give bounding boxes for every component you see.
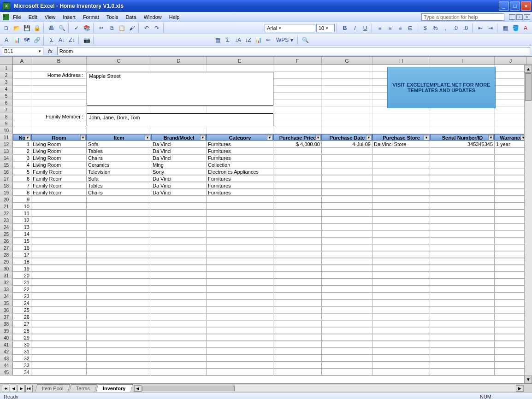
cell[interactable] bbox=[207, 245, 273, 251]
font-color-icon[interactable]: A bbox=[521, 23, 530, 33]
fx-icon[interactable]: fx bbox=[48, 48, 53, 54]
cell[interactable]: 21 bbox=[13, 279, 31, 286]
cell[interactable] bbox=[13, 79, 31, 85]
cell[interactable] bbox=[430, 196, 495, 203]
cell[interactable]: Da Vinci bbox=[151, 155, 207, 161]
cell[interactable] bbox=[372, 203, 430, 210]
cell[interactable] bbox=[151, 307, 207, 313]
cell[interactable] bbox=[430, 293, 495, 299]
cell[interactable] bbox=[430, 369, 495, 376]
cell[interactable] bbox=[31, 279, 87, 286]
cell[interactable]: Furnitures bbox=[207, 176, 273, 182]
row-header[interactable]: 27 bbox=[0, 245, 13, 251]
cell[interactable] bbox=[495, 86, 527, 92]
cell[interactable] bbox=[87, 286, 151, 293]
cell[interactable] bbox=[322, 182, 372, 189]
col-header-H[interactable]: H bbox=[372, 57, 430, 65]
cell[interactable] bbox=[372, 348, 430, 355]
cell[interactable] bbox=[13, 93, 31, 99]
row-header[interactable]: 41 bbox=[0, 341, 13, 348]
cell[interactable] bbox=[372, 148, 430, 154]
cell[interactable] bbox=[87, 245, 151, 251]
cell[interactable]: Furnitures bbox=[207, 155, 273, 161]
row-header[interactable]: 24 bbox=[0, 224, 13, 230]
cell[interactable]: Living Room bbox=[31, 155, 87, 161]
cell[interactable] bbox=[207, 65, 273, 71]
menu-tools[interactable]: Tools bbox=[103, 13, 122, 21]
font-select[interactable]: Arial bbox=[265, 24, 315, 32]
filter-arrow-icon[interactable]: ▾ bbox=[488, 135, 494, 141]
cell[interactable] bbox=[495, 300, 527, 306]
cell[interactable] bbox=[322, 120, 372, 127]
col-header-B[interactable]: B bbox=[31, 57, 87, 65]
cell[interactable] bbox=[322, 238, 372, 244]
cell[interactable] bbox=[207, 265, 273, 272]
cell[interactable] bbox=[31, 265, 87, 272]
row-header[interactable]: 16 bbox=[0, 169, 13, 175]
cell[interactable]: 14 bbox=[13, 231, 31, 237]
cell[interactable] bbox=[372, 238, 430, 244]
cell[interactable]: Sony bbox=[151, 169, 207, 175]
cell[interactable] bbox=[273, 265, 322, 272]
cell[interactable] bbox=[430, 113, 495, 120]
cell[interactable] bbox=[430, 155, 495, 161]
menu-edit[interactable]: Edit bbox=[25, 13, 41, 21]
cell[interactable]: 8 bbox=[13, 189, 31, 196]
cell[interactable] bbox=[87, 321, 151, 327]
tab-first-icon[interactable]: ⏮ bbox=[2, 385, 9, 392]
cell[interactable] bbox=[273, 362, 322, 369]
cell[interactable] bbox=[372, 252, 430, 258]
cell[interactable]: 29 bbox=[13, 334, 31, 341]
cell[interactable] bbox=[322, 265, 372, 272]
cell[interactable] bbox=[207, 341, 273, 348]
cell[interactable] bbox=[273, 300, 322, 306]
cell[interactable]: 33 bbox=[13, 362, 31, 369]
cell[interactable] bbox=[372, 300, 430, 306]
cell[interactable] bbox=[322, 72, 372, 78]
cell[interactable] bbox=[495, 258, 527, 265]
scroll-down-icon[interactable]: ▼ bbox=[525, 376, 532, 383]
select-all-corner[interactable] bbox=[0, 57, 13, 65]
cell[interactable] bbox=[87, 314, 151, 320]
cell[interactable] bbox=[495, 106, 527, 113]
cell[interactable] bbox=[372, 328, 430, 334]
col-header-A[interactable]: A bbox=[13, 57, 31, 65]
cell[interactable] bbox=[207, 238, 273, 244]
cell[interactable]: Living Room bbox=[31, 148, 87, 154]
cell[interactable] bbox=[495, 293, 527, 299]
cell[interactable] bbox=[87, 196, 151, 203]
row-header[interactable]: 25 bbox=[0, 231, 13, 237]
cell[interactable] bbox=[430, 162, 495, 168]
cell[interactable] bbox=[13, 65, 31, 71]
cell[interactable] bbox=[273, 86, 322, 92]
cell[interactable] bbox=[372, 127, 430, 134]
cell[interactable] bbox=[430, 348, 495, 355]
scroll-right-icon[interactable]: ▶ bbox=[516, 385, 523, 392]
vscroll-thumb[interactable] bbox=[525, 73, 532, 101]
row-header[interactable]: 18 bbox=[0, 182, 13, 189]
cell[interactable]: 32 bbox=[13, 355, 31, 362]
cell[interactable]: Living Room bbox=[31, 141, 87, 147]
cell[interactable] bbox=[87, 272, 151, 279]
cell[interactable] bbox=[430, 286, 495, 293]
maximize-button[interactable]: □ bbox=[510, 1, 520, 11]
cell[interactable] bbox=[495, 162, 527, 168]
cell[interactable] bbox=[87, 203, 151, 210]
cell[interactable] bbox=[207, 321, 273, 327]
formula-bar[interactable]: Room bbox=[57, 47, 530, 55]
sort-z-icon[interactable]: ↓Z bbox=[243, 35, 253, 45]
cell[interactable] bbox=[372, 293, 430, 299]
cell[interactable] bbox=[322, 210, 372, 217]
cell[interactable]: Electronics Appliances bbox=[207, 169, 273, 175]
cell[interactable] bbox=[273, 113, 322, 120]
cell[interactable] bbox=[372, 231, 430, 237]
cell[interactable] bbox=[151, 106, 207, 113]
cell[interactable] bbox=[31, 93, 87, 99]
cell[interactable]: Family Room bbox=[31, 189, 87, 196]
cell[interactable]: 345345345 bbox=[430, 141, 495, 147]
cell[interactable]: 19 bbox=[13, 265, 31, 272]
cell[interactable] bbox=[430, 300, 495, 306]
cell[interactable] bbox=[495, 176, 527, 182]
cell[interactable] bbox=[13, 113, 31, 120]
cell[interactable] bbox=[151, 265, 207, 272]
